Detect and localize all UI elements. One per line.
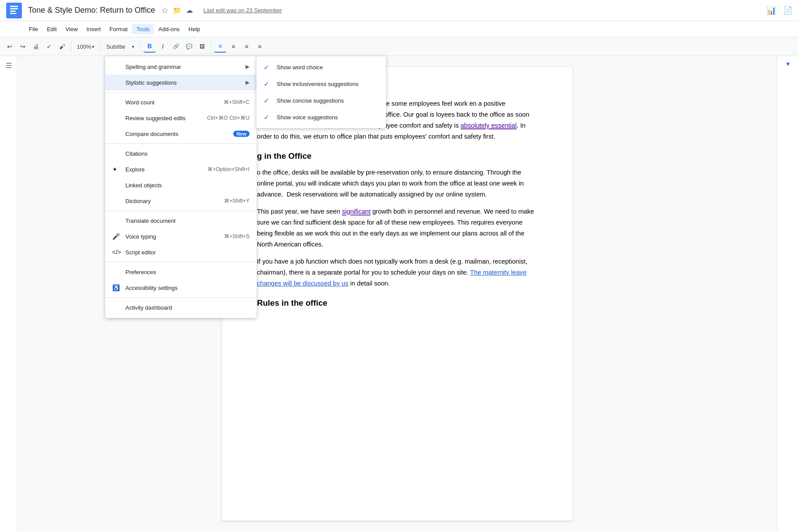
italic-btn[interactable]: I [157,40,169,53]
accessibility-icon: ♿ [112,284,121,291]
doc-para-4: If you have a job function which does no… [257,256,538,289]
menu-item-accessibility[interactable]: ♿ Accessibility settings [105,280,256,296]
style-value: Subtitle [106,43,125,50]
bold-btn[interactable]: B [143,40,156,53]
explore-shortcut: ⌘+Option+Shift+I [207,166,249,172]
menu-item-dictionary[interactable]: Dictionary ⌘+Shift+Y [105,193,256,209]
inclusiveness-check-icon: ✓ [264,80,272,88]
sidebar-doc-icon[interactable]: ☰ [6,61,12,70]
main-area: ☰ been difficult for employees everywher… [0,56,798,531]
menu-item-linked[interactable]: Linked objects [105,177,256,193]
voicetyping-label: Voice typing [125,233,224,240]
menu-item-compare[interactable]: Compare documents New [105,126,256,142]
doc-page[interactable]: been difficult for employees everywhere.… [222,67,573,521]
toolbar-sep1 [71,41,71,52]
menu-item-citations[interactable]: Citations [105,146,256,161]
menu-addons[interactable]: Add-ons [154,24,184,34]
preferences-label: Preferences [125,269,249,275]
align-left-btn[interactable]: ≡ [214,40,226,53]
menu-divider-1 [105,92,256,93]
folder-icon[interactable]: 📁 [173,6,182,14]
right-panel-icon[interactable]: ▾ [786,60,790,68]
mic-icon: 🎤 [112,233,121,240]
menu-file[interactable]: File [25,24,43,34]
scripteditor-label: Script editor [125,249,249,256]
zoom-dropdown[interactable]: 100% ▾ [74,43,97,51]
cloud-icon[interactable]: ☁ [186,6,193,14]
concise-check-icon: ✓ [264,96,272,105]
menu-divider-3 [105,211,256,211]
image-btn[interactable]: 🖼 [196,40,208,53]
align-right-btn[interactable]: ≡ [240,40,253,53]
stylistic-submenu[interactable]: ✓ Show word choice ✓ Show inclusiveness … [256,56,386,128]
last-edit[interactable]: Last edit was on 23 September [203,7,282,14]
menu-divider-4 [105,262,256,262]
link-btn[interactable]: 🔗 [170,40,182,53]
svg-rect-4 [10,13,16,14]
menu-item-preferences[interactable]: Preferences [105,264,256,280]
menu-item-activity[interactable]: Activity dashboard [105,300,256,315]
stylistic-label: Stylistic suggestions [125,79,246,86]
doc-title: Tone & Style Demo: Return to Office [28,6,155,15]
menu-tools[interactable]: Tools [132,24,154,34]
submenu-item-wordchoice[interactable]: ✓ Show word choice [256,59,386,75]
menu-item-stylistic[interactable]: Stylistic suggestions ▶ [105,75,256,90]
wordchoice-label: Show word choice [277,64,323,71]
menu-item-review[interactable]: Review suggested edits Ctrl+⌘O Ctrl+⌘U [105,110,256,126]
review-label: Review suggested edits [125,115,207,121]
toolbar-sep2 [100,41,100,52]
paint-btn[interactable]: 🖌 [56,40,68,53]
menu-item-translate[interactable]: Translate document [105,213,256,229]
menu-view[interactable]: View [61,24,82,34]
spelling-arrow: ▶ [246,64,249,70]
style-dropdown[interactable]: Subtitle ▾ [103,43,138,51]
menu-format[interactable]: Format [105,24,132,34]
redo-btn[interactable]: ↪ [17,40,29,53]
submenu-item-inclusiveness[interactable]: ✓ Show inclusiveness suggestions [256,75,386,92]
star-icon[interactable]: ☆ [161,6,168,15]
menu-item-explore[interactable]: ✦ Explore ⌘+Option+Shift+I [105,161,256,177]
comment-btn[interactable]: 💬 [183,40,195,53]
menu-divider-2 [105,143,256,144]
menu-item-voicetyping[interactable]: 🎤 Voice typing ⌘+Shift+S [105,229,256,244]
app-icon[interactable] [5,2,23,19]
dictionary-label: Dictionary [125,198,224,204]
print-btn[interactable]: 🖨 [30,40,42,53]
title-actions: ☆ 📁 ☁ [161,6,193,15]
align-center-btn[interactable]: ≡ [227,40,239,53]
zoom-arrow: ▾ [92,44,94,49]
wordchoice-check-icon: ✓ [264,63,272,71]
stylistic-arrow: ▶ [246,79,249,86]
left-sidebar: ☰ [0,56,18,531]
right-panel: ▾ [777,56,798,531]
menu-insert[interactable]: Insert [82,24,105,34]
wordcount-label: Word count [125,99,224,106]
voice-check-icon: ✓ [264,113,272,121]
doc-icon[interactable]: 📄 [783,6,793,15]
align-justify-btn[interactable]: ≡ [253,40,266,53]
menu-help[interactable]: Help [184,24,205,34]
doc-heading-1: g in the Office [257,149,538,163]
explore-icon: ✦ [112,166,121,173]
toolbar-sep3 [140,41,141,52]
svg-rect-2 [10,8,18,9]
linked-label: Linked objects [125,182,249,189]
chart-icon[interactable]: 📊 [766,6,776,15]
undo-btn[interactable]: ↩ [4,40,16,53]
dictionary-shortcut: ⌘+Shift+Y [224,198,249,204]
voicetyping-shortcut: ⌘+Shift+S [224,233,249,239]
zoom-value: 100% [77,43,91,50]
tools-dropdown-menu[interactable]: Spelling and grammar ▶ Stylistic suggest… [105,56,256,318]
top-bar: Tone & Style Demo: Return to Office ☆ 📁 … [0,0,798,21]
submenu-item-concise[interactable]: ✓ Show concise suggestions [256,92,386,109]
menu-edit[interactable]: Edit [43,24,61,34]
spellcheck-btn[interactable]: ✓ [43,40,55,53]
voice-suggestions-label: Show voice suggestions [277,114,338,121]
menu-item-scripteditor[interactable]: </> Script editor [105,244,256,260]
menu-item-spelling[interactable]: Spelling and grammar ▶ [105,59,256,75]
activity-label: Activity dashboard [125,304,249,311]
svg-rect-1 [10,6,18,7]
menu-item-wordcount[interactable]: Word count ⌘+Shift+C [105,94,256,110]
review-shortcut: Ctrl+⌘O Ctrl+⌘U [207,115,249,121]
submenu-item-voice[interactable]: ✓ Show voice suggestions [256,109,386,125]
